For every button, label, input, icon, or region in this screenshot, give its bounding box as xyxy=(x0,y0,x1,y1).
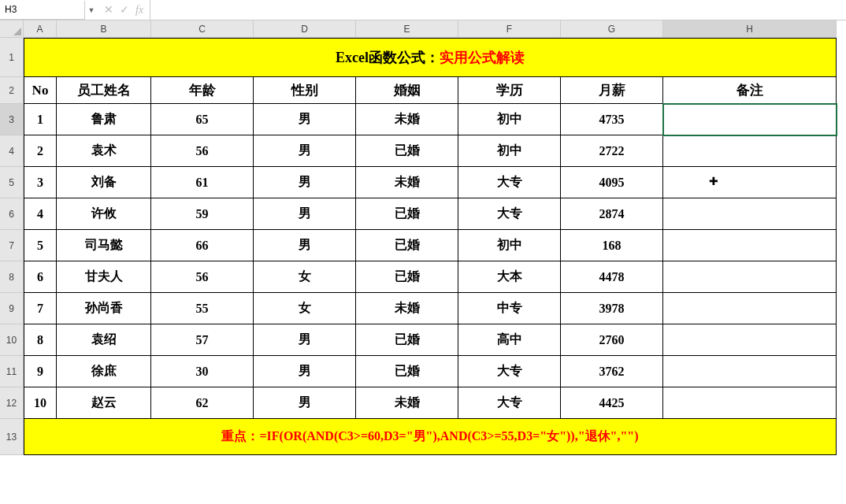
cell-A12[interactable]: 10 xyxy=(24,387,57,419)
cell-A3[interactable]: 1 xyxy=(24,104,57,135)
row-header-13[interactable]: 13 xyxy=(0,419,24,455)
cell-F10[interactable]: 高中 xyxy=(458,324,561,356)
cell-F4[interactable]: 初中 xyxy=(458,135,561,167)
row-header-9[interactable]: 9 xyxy=(0,293,24,324)
row-header-7[interactable]: 7 xyxy=(0,230,24,261)
cell-H11[interactable] xyxy=(663,356,837,387)
row-header-8[interactable]: 8 xyxy=(0,261,24,293)
cell-G6[interactable]: 2874 xyxy=(561,198,663,230)
cell-D5[interactable]: 男 xyxy=(254,167,356,198)
row-header-1[interactable]: 1 xyxy=(0,38,24,77)
cell-B11[interactable]: 徐庶 xyxy=(57,356,151,387)
cell-E7[interactable]: 已婚 xyxy=(356,230,458,261)
cell-C6[interactable]: 59 xyxy=(151,198,254,230)
cell-D12[interactable]: 男 xyxy=(254,387,356,419)
fx-icon[interactable]: fx xyxy=(135,4,143,17)
cell-B4[interactable]: 袁术 xyxy=(57,135,151,167)
cell-B12[interactable]: 赵云 xyxy=(57,387,151,419)
cell-F5[interactable]: 大专 xyxy=(458,167,561,198)
cell-D8[interactable]: 女 xyxy=(254,261,356,293)
row-header-10[interactable]: 10 xyxy=(0,324,24,356)
col-header-F[interactable]: F xyxy=(458,20,561,38)
cell-B7[interactable]: 司马懿 xyxy=(57,230,151,261)
cell-G7[interactable]: 168 xyxy=(561,230,663,261)
cell-C3[interactable]: 65 xyxy=(151,104,254,135)
cell-H9[interactable] xyxy=(663,293,837,324)
cell-E10[interactable]: 已婚 xyxy=(356,324,458,356)
cell-A6[interactable]: 4 xyxy=(24,198,57,230)
row-header-2[interactable]: 2 xyxy=(0,77,24,104)
row-header-11[interactable]: 11 xyxy=(0,356,24,387)
cell-E11[interactable]: 已婚 xyxy=(356,356,458,387)
cell-C9[interactable]: 55 xyxy=(151,293,254,324)
name-box[interactable]: H3 xyxy=(0,1,85,20)
cancel-icon[interactable]: ✕ xyxy=(104,3,113,17)
cell-A9[interactable]: 7 xyxy=(24,293,57,324)
cell-C5[interactable]: 61 xyxy=(151,167,254,198)
row-header-5[interactable]: 5 xyxy=(0,167,24,198)
cell-A5[interactable]: 3 xyxy=(24,167,57,198)
cell-F11[interactable]: 大专 xyxy=(458,356,561,387)
cell-B9[interactable]: 孙尚香 xyxy=(57,293,151,324)
cell-A11[interactable]: 9 xyxy=(24,356,57,387)
row-header-12[interactable]: 12 xyxy=(0,387,24,419)
cell-H7[interactable] xyxy=(663,230,837,261)
col-header-B[interactable]: B xyxy=(57,20,151,38)
cell-G10[interactable]: 2760 xyxy=(561,324,663,356)
cell-E4[interactable]: 已婚 xyxy=(356,135,458,167)
cell-C8[interactable]: 56 xyxy=(151,261,254,293)
col-header-D[interactable]: D xyxy=(254,20,356,38)
cell-G4[interactable]: 2722 xyxy=(561,135,663,167)
cell-A7[interactable]: 5 xyxy=(24,230,57,261)
cell-H8[interactable] xyxy=(663,261,837,293)
cell-C12[interactable]: 62 xyxy=(151,387,254,419)
name-box-dropdown[interactable]: ▼ xyxy=(85,6,98,14)
cell-G12[interactable]: 4425 xyxy=(561,387,663,419)
cell-F9[interactable]: 中专 xyxy=(458,293,561,324)
col-header-E[interactable]: E xyxy=(356,20,458,38)
formula-input[interactable] xyxy=(150,0,846,20)
cell-D7[interactable]: 男 xyxy=(254,230,356,261)
enter-icon[interactable]: ✓ xyxy=(120,3,129,17)
cell-C11[interactable]: 30 xyxy=(151,356,254,387)
cell-H6[interactable] xyxy=(663,198,837,230)
cell-H3[interactable] xyxy=(663,104,837,135)
cell-B8[interactable]: 甘夫人 xyxy=(57,261,151,293)
cell-F6[interactable]: 大专 xyxy=(458,198,561,230)
cell-F12[interactable]: 大专 xyxy=(458,387,561,419)
select-all-corner[interactable] xyxy=(0,20,24,38)
cell-A8[interactable]: 6 xyxy=(24,261,57,293)
cell-B10[interactable]: 袁绍 xyxy=(57,324,151,356)
cell-C4[interactable]: 56 xyxy=(151,135,254,167)
col-header-H[interactable]: H xyxy=(663,20,837,38)
cell-D6[interactable]: 男 xyxy=(254,198,356,230)
cell-E6[interactable]: 已婚 xyxy=(356,198,458,230)
col-header-C[interactable]: C xyxy=(151,20,254,38)
cell-B5[interactable]: 刘备 xyxy=(57,167,151,198)
row-header-6[interactable]: 6 xyxy=(0,198,24,230)
cell-F3[interactable]: 初中 xyxy=(458,104,561,135)
cell-D3[interactable]: 男 xyxy=(254,104,356,135)
cell-E9[interactable]: 未婚 xyxy=(356,293,458,324)
cell-E5[interactable]: 未婚 xyxy=(356,167,458,198)
cell-G9[interactable]: 3978 xyxy=(561,293,663,324)
cell-H5[interactable] xyxy=(663,167,837,198)
cell-H12[interactable] xyxy=(663,387,837,419)
cell-E3[interactable]: 未婚 xyxy=(356,104,458,135)
cell-D11[interactable]: 男 xyxy=(254,356,356,387)
cell-D9[interactable]: 女 xyxy=(254,293,356,324)
row-header-3[interactable]: 3 xyxy=(0,104,24,135)
row-header-4[interactable]: 4 xyxy=(0,135,24,167)
cell-G8[interactable]: 4478 xyxy=(561,261,663,293)
cell-G3[interactable]: 4735 xyxy=(561,104,663,135)
col-header-G[interactable]: G xyxy=(561,20,663,38)
cell-A4[interactable]: 2 xyxy=(24,135,57,167)
spreadsheet-grid[interactable]: ABCDEFGH1Excel函数公式：实用公式解读2No员工姓名年龄性别婚姻学历… xyxy=(0,20,846,455)
cell-C10[interactable]: 57 xyxy=(151,324,254,356)
cell-D4[interactable]: 男 xyxy=(254,135,356,167)
cell-G11[interactable]: 3762 xyxy=(561,356,663,387)
cell-H10[interactable] xyxy=(663,324,837,356)
cell-F8[interactable]: 大本 xyxy=(458,261,561,293)
cell-D10[interactable]: 男 xyxy=(254,324,356,356)
cell-C7[interactable]: 66 xyxy=(151,230,254,261)
